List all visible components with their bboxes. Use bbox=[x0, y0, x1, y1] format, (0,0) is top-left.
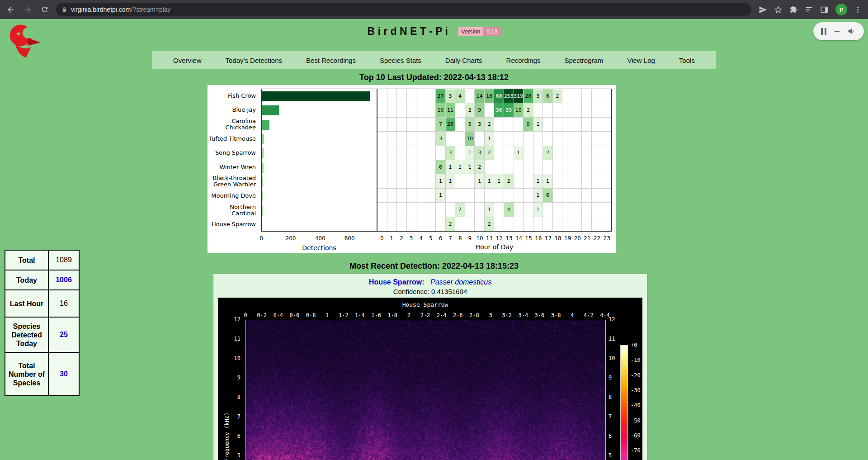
heat-cell bbox=[562, 89, 572, 103]
heat-cell bbox=[426, 146, 436, 160]
time-tick: 4 bbox=[571, 312, 574, 318]
heat-cell bbox=[387, 103, 397, 117]
heat-cell bbox=[514, 174, 524, 188]
time-tick: 2·2 bbox=[420, 312, 430, 318]
heat-cell bbox=[553, 160, 563, 174]
time-tick: 3·8 bbox=[551, 312, 561, 318]
heat-cell bbox=[601, 160, 611, 174]
heat-cell bbox=[543, 160, 553, 174]
version-badge: Version 0.13 bbox=[458, 27, 500, 36]
heat-cell bbox=[601, 103, 611, 117]
heat-cell bbox=[524, 189, 533, 203]
heat-cell: 27 bbox=[436, 89, 446, 103]
forward-icon[interactable] bbox=[21, 3, 34, 16]
bookmark-star-icon[interactable] bbox=[774, 5, 783, 14]
heat-cell bbox=[601, 132, 611, 146]
heat-cell bbox=[543, 217, 553, 231]
heat-cell: 9 bbox=[524, 118, 533, 132]
time-tick: 2·8 bbox=[469, 312, 479, 318]
colorbar-tick: -10 bbox=[631, 357, 641, 363]
bar-row bbox=[262, 204, 377, 218]
menu-item-daily-charts[interactable]: Daily Charts bbox=[445, 57, 482, 64]
table-row: Today 1006 bbox=[5, 270, 79, 290]
heat-cell bbox=[582, 146, 592, 160]
menu-item-overview[interactable]: Overview bbox=[173, 57, 202, 64]
menu-item-recordings[interactable]: Recordings bbox=[506, 57, 541, 64]
time-tick: 0 bbox=[244, 312, 247, 318]
heat-cell bbox=[592, 118, 602, 132]
heat-cell bbox=[465, 217, 475, 231]
profile-avatar[interactable]: P bbox=[835, 4, 847, 15]
heat-cell: 2 bbox=[524, 103, 533, 117]
back-icon[interactable] bbox=[4, 3, 17, 16]
heat-cell bbox=[601, 217, 611, 231]
pause-icon[interactable] bbox=[821, 28, 826, 35]
extensions-icon[interactable] bbox=[789, 5, 798, 14]
heat-cell bbox=[475, 132, 485, 146]
main-menu: Overview Today's Detections Best Recordi… bbox=[152, 51, 716, 69]
reload-icon[interactable] bbox=[38, 3, 52, 16]
heat-cell bbox=[407, 89, 417, 103]
heat-cell bbox=[387, 217, 397, 231]
version-label: Version bbox=[458, 27, 483, 36]
send-icon[interactable] bbox=[759, 5, 767, 14]
top10-chart-figure: Fish CrowBlue JayCarolina ChickadeeTufte… bbox=[208, 85, 616, 253]
heat-cell: 1 bbox=[436, 174, 446, 188]
menu-item-spectrogram[interactable]: Spectrogram bbox=[564, 57, 603, 64]
time-tick: 2·4 bbox=[437, 312, 447, 318]
heat-cell bbox=[543, 203, 553, 217]
address-bar[interactable]: virginia.birdnetpi.com/?stream=play bbox=[56, 3, 751, 16]
side-panel-icon[interactable] bbox=[820, 5, 829, 14]
colorbar-tick: -30 bbox=[631, 387, 641, 394]
heat-cell bbox=[377, 217, 387, 231]
species-label: Blue Jay bbox=[208, 103, 259, 118]
species-common-name-link[interactable]: House Sparrow: bbox=[369, 278, 425, 286]
reading-list-icon[interactable] bbox=[805, 5, 813, 14]
freq-tick: 7 bbox=[237, 413, 241, 420]
heat-cell: 28 bbox=[524, 89, 533, 103]
frequency-axis-label: Frequency (kHz) bbox=[224, 413, 230, 460]
heat-cell bbox=[533, 160, 543, 174]
heat-cell bbox=[397, 146, 407, 160]
stat-value[interactable]: 25 bbox=[48, 317, 79, 352]
axis-tick: 14 bbox=[515, 235, 522, 242]
heat-cell: 1 bbox=[436, 189, 446, 203]
heat-cell bbox=[426, 174, 436, 188]
axis-tick: 0 bbox=[380, 235, 384, 242]
menu-item-view-log[interactable]: View Log bbox=[627, 57, 655, 64]
axis-tick: 12 bbox=[496, 235, 503, 242]
bar-row bbox=[262, 104, 377, 118]
heat-cell bbox=[562, 174, 572, 188]
heat-cell bbox=[397, 89, 407, 103]
species-latin-name-link[interactable]: Passer domesticus bbox=[430, 278, 491, 286]
species-label: Tufted Titmouse bbox=[208, 132, 259, 146]
seek-dash[interactable] bbox=[835, 31, 840, 32]
volume-icon[interactable] bbox=[847, 27, 856, 36]
summary-stats-table: Total 1089 Today 1006 Last Hour 16 Speci… bbox=[5, 250, 80, 396]
browser-actions: P bbox=[759, 4, 868, 15]
heat-cell bbox=[387, 146, 397, 160]
heat-cell: 1 bbox=[533, 174, 543, 188]
detection-panel: House Sparrow: Passer domesticus Confide… bbox=[213, 274, 647, 460]
heat-cell bbox=[416, 132, 426, 146]
stat-value[interactable]: 1006 bbox=[48, 270, 79, 290]
menu-item-todays-detections[interactable]: Today's Detections bbox=[226, 57, 282, 64]
heat-cell bbox=[592, 146, 602, 160]
browser-toolbar: virginia.birdnetpi.com/?stream=play P bbox=[0, 0, 868, 19]
stat-value[interactable]: 30 bbox=[48, 352, 79, 396]
heat-cell: 2 bbox=[485, 146, 495, 160]
axis-tick: 15 bbox=[525, 235, 532, 242]
heat-cell bbox=[592, 103, 602, 117]
species-label: Black-throated Green Warbler bbox=[208, 175, 259, 189]
menu-item-species-stats[interactable]: Species Stats bbox=[380, 57, 421, 64]
heat-cell bbox=[524, 132, 533, 146]
audio-player[interactable] bbox=[813, 22, 864, 40]
heat-cell bbox=[494, 217, 504, 231]
species-axis: Fish CrowBlue JayCarolina ChickadeeTufte… bbox=[208, 89, 259, 232]
heat-cell bbox=[446, 203, 456, 217]
menu-kebab-icon[interactable] bbox=[854, 6, 862, 14]
axis-tick: 400 bbox=[315, 235, 326, 242]
heat-cell bbox=[494, 118, 504, 132]
menu-item-best-recordings[interactable]: Best Recordings bbox=[306, 57, 356, 64]
menu-item-tools[interactable]: Tools bbox=[679, 57, 695, 64]
